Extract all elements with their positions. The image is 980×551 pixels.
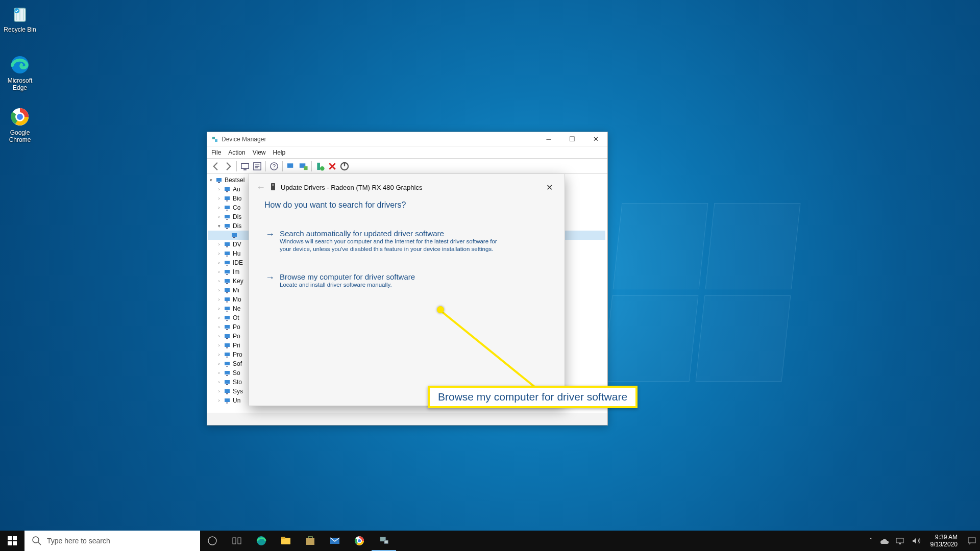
toolbar-forward-icon[interactable] [223, 161, 234, 172]
taskbar-explorer-icon[interactable] [274, 531, 298, 551]
svg-rect-71 [8, 536, 12, 540]
svg-rect-14 [304, 166, 307, 170]
update-drivers-question: How do you want to search for drivers? [264, 201, 549, 210]
toolbar-disable-icon[interactable] [339, 161, 350, 172]
svg-rect-39 [225, 270, 230, 273]
taskbar-search[interactable]: Type here to search [24, 531, 200, 551]
taskbar-date: 9/13/2020 [930, 541, 958, 548]
svg-rect-23 [225, 196, 230, 200]
taskbar-time: 9:39 AM [930, 534, 958, 541]
callout-label: Browse my computer for driver software [428, 386, 638, 408]
svg-rect-50 [226, 320, 228, 321]
taskbar-tray: ˄ 9:39 AM 9/13/2020 [869, 534, 980, 548]
svg-rect-32 [233, 237, 235, 238]
svg-rect-55 [225, 343, 230, 347]
svg-rect-78 [238, 538, 241, 544]
taskbar-chrome-icon[interactable] [347, 531, 372, 551]
toolbar-properties-icon[interactable] [252, 161, 263, 172]
device-manager-titlebar[interactable]: Device Manager ─ ☐ ✕ [207, 132, 607, 146]
toolbar-remove-icon[interactable] [327, 161, 338, 172]
svg-rect-35 [225, 252, 230, 255]
tray-onedrive-icon[interactable] [878, 536, 889, 546]
cortana-button[interactable] [225, 531, 249, 551]
toolbar-add-icon[interactable] [314, 161, 326, 172]
menu-action[interactable]: Action [228, 149, 245, 156]
menu-help[interactable]: Help [273, 149, 286, 156]
toolbar-computer-icon[interactable] [239, 161, 251, 172]
svg-rect-37 [225, 261, 230, 264]
svg-point-75 [33, 537, 39, 543]
tray-network-icon[interactable] [895, 536, 905, 546]
svg-rect-12 [287, 163, 293, 168]
tray-volume-icon[interactable] [911, 536, 921, 546]
taskbar-device-manager-icon[interactable] [372, 531, 396, 551]
svg-rect-15 [317, 162, 320, 169]
taskbar-mail-icon[interactable] [323, 531, 347, 551]
svg-point-85 [357, 539, 361, 543]
option-search-automatically[interactable]: → Search automatically for updated drive… [264, 227, 549, 255]
option-description: Windows will search your computer and th… [280, 238, 504, 253]
svg-rect-77 [233, 538, 236, 544]
svg-rect-40 [226, 274, 228, 275]
minimize-button[interactable]: ─ [537, 132, 560, 146]
svg-rect-57 [225, 353, 230, 356]
svg-rect-62 [226, 375, 228, 376]
arrow-right-icon: → [265, 272, 275, 289]
svg-rect-82 [306, 538, 314, 545]
search-placeholder: Type here to search [47, 537, 110, 545]
svg-rect-70 [272, 184, 274, 186]
svg-rect-89 [899, 543, 901, 544]
svg-text:?: ? [273, 163, 276, 169]
svg-rect-41 [225, 279, 230, 283]
tray-notifications-icon[interactable] [967, 536, 977, 546]
taskbar-clock[interactable]: 9:39 AM 9/13/2020 [927, 534, 961, 548]
svg-rect-87 [384, 540, 388, 543]
svg-rect-51 [225, 325, 230, 329]
option-description: Locate and install driver software manua… [280, 281, 415, 289]
toolbar-update-icon[interactable] [298, 161, 309, 172]
svg-rect-34 [226, 246, 228, 247]
desktop-icon-label: Recycle Bin [4, 26, 36, 33]
svg-rect-73 [8, 541, 12, 545]
svg-rect-38 [226, 265, 228, 266]
close-button[interactable]: ✕ [540, 180, 558, 195]
desktop-icon-chrome[interactable]: Google Chrome [0, 106, 40, 143]
taskbar-store-icon[interactable] [298, 531, 323, 551]
svg-rect-24 [226, 201, 228, 202]
svg-rect-43 [225, 288, 230, 292]
svg-rect-30 [226, 228, 228, 229]
svg-rect-6 [215, 139, 217, 142]
svg-rect-19 [216, 178, 222, 182]
close-button[interactable]: ✕ [584, 132, 607, 146]
toolbar-help-icon[interactable]: ? [268, 161, 280, 172]
svg-rect-33 [225, 242, 230, 246]
toolbar-scan-icon[interactable] [285, 161, 297, 172]
desktop-icon-edge[interactable]: Microsoft Edge [0, 54, 40, 91]
svg-rect-20 [218, 182, 220, 183]
search-icon [32, 536, 42, 546]
toolbar-back-icon[interactable] [210, 161, 222, 172]
svg-rect-44 [226, 292, 228, 293]
recycle-bin-icon [9, 3, 31, 24]
svg-rect-47 [225, 307, 230, 310]
maximize-button[interactable]: ☐ [560, 132, 584, 146]
svg-rect-26 [226, 210, 228, 211]
callout-dot [437, 306, 444, 313]
svg-rect-8 [243, 169, 247, 170]
svg-rect-81 [281, 537, 285, 539]
start-button[interactable] [0, 531, 24, 551]
device-icon [270, 182, 277, 192]
tray-chevron-up-icon[interactable]: ˄ [869, 537, 872, 544]
task-view-button[interactable] [200, 531, 225, 551]
svg-rect-53 [225, 334, 230, 338]
taskbar-edge-icon[interactable] [249, 531, 274, 551]
menu-file[interactable]: File [211, 149, 221, 156]
svg-rect-74 [13, 541, 17, 545]
option-browse-computer[interactable]: → Browse my computer for driver software… [264, 270, 549, 291]
svg-point-4 [16, 113, 24, 121]
menu-view[interactable]: View [253, 149, 266, 156]
device-manager-icon [211, 136, 218, 143]
taskbar-apps [200, 531, 396, 551]
back-icon: ← [255, 182, 270, 193]
desktop-icon-recycle-bin[interactable]: Recycle Bin [0, 3, 40, 33]
